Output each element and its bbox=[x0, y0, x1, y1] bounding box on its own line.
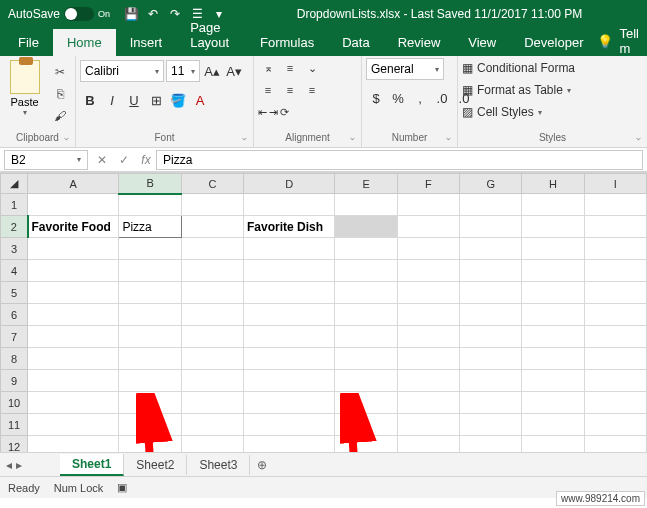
cell-C9[interactable] bbox=[181, 370, 243, 392]
cell-G7[interactable] bbox=[460, 326, 522, 348]
cell-B8[interactable] bbox=[119, 348, 181, 370]
sheet-tab-3[interactable]: Sheet3 bbox=[187, 455, 250, 475]
bold-button[interactable]: B bbox=[80, 90, 100, 110]
cell-G3[interactable] bbox=[460, 238, 522, 260]
row-header[interactable]: 6 bbox=[1, 304, 28, 326]
increase-indent-button[interactable]: ⇥ bbox=[269, 106, 278, 119]
cell-C4[interactable] bbox=[181, 260, 243, 282]
cell-I2[interactable] bbox=[584, 216, 646, 238]
cell-B1[interactable] bbox=[119, 194, 181, 216]
row-header[interactable]: 9 bbox=[1, 370, 28, 392]
format-as-table-button[interactable]: ▦Format as Table ▾ bbox=[462, 80, 575, 100]
cell-E9[interactable] bbox=[335, 370, 397, 392]
cell-E7[interactable] bbox=[335, 326, 397, 348]
cell-I10[interactable] bbox=[584, 392, 646, 414]
accounting-format-button[interactable]: $ bbox=[366, 88, 386, 108]
cell-H2[interactable] bbox=[522, 216, 584, 238]
cell-A2[interactable]: Favorite Food bbox=[28, 216, 119, 238]
col-header-F[interactable]: F bbox=[397, 174, 459, 194]
col-header-B[interactable]: B bbox=[119, 174, 181, 194]
cell-B6[interactable] bbox=[119, 304, 181, 326]
tab-formulas[interactable]: Formulas bbox=[246, 29, 328, 56]
cell-C6[interactable] bbox=[181, 304, 243, 326]
format-painter-button[interactable]: 🖌 bbox=[49, 106, 71, 126]
tab-insert[interactable]: Insert bbox=[116, 29, 177, 56]
tab-home[interactable]: Home bbox=[53, 29, 116, 56]
cell-A3[interactable] bbox=[28, 238, 119, 260]
align-top-button[interactable]: ⌅ bbox=[258, 58, 278, 78]
cell-I5[interactable] bbox=[584, 282, 646, 304]
cell-I3[interactable] bbox=[584, 238, 646, 260]
number-format-select[interactable]: General▾ bbox=[366, 58, 444, 80]
cell-H6[interactable] bbox=[522, 304, 584, 326]
comma-format-button[interactable]: , bbox=[410, 88, 430, 108]
cell-styles-button[interactable]: ▨Cell Styles ▾ bbox=[462, 102, 575, 122]
cell-F6[interactable] bbox=[397, 304, 459, 326]
cell-B9[interactable] bbox=[119, 370, 181, 392]
cell-B12[interactable] bbox=[119, 436, 181, 453]
cell-A9[interactable] bbox=[28, 370, 119, 392]
tab-page-layout[interactable]: Page Layout bbox=[176, 14, 246, 56]
paste-button[interactable]: Paste ▾ bbox=[4, 58, 45, 117]
cell-F5[interactable] bbox=[397, 282, 459, 304]
cell-A8[interactable] bbox=[28, 348, 119, 370]
cell-C3[interactable] bbox=[181, 238, 243, 260]
cell-G12[interactable] bbox=[460, 436, 522, 453]
row-header[interactable]: 12 bbox=[1, 436, 28, 453]
tab-review[interactable]: Review bbox=[384, 29, 455, 56]
cell-F7[interactable] bbox=[397, 326, 459, 348]
cell-A10[interactable] bbox=[28, 392, 119, 414]
cell-A4[interactable] bbox=[28, 260, 119, 282]
cell-H1[interactable] bbox=[522, 194, 584, 216]
new-sheet-button[interactable]: ⊕ bbox=[250, 458, 274, 472]
cell-I6[interactable] bbox=[584, 304, 646, 326]
cut-button[interactable]: ✂ bbox=[49, 62, 71, 82]
sheet-nav-next-icon[interactable]: ▸ bbox=[16, 458, 22, 472]
cell-C12[interactable] bbox=[181, 436, 243, 453]
cell-I9[interactable] bbox=[584, 370, 646, 392]
row-header[interactable]: 2 bbox=[1, 216, 28, 238]
cell-E8[interactable] bbox=[335, 348, 397, 370]
font-name-select[interactable]: Calibri▾ bbox=[80, 60, 164, 82]
cell-B10[interactable] bbox=[119, 392, 181, 414]
cell-C1[interactable] bbox=[181, 194, 243, 216]
cell-H11[interactable] bbox=[522, 414, 584, 436]
cell-E12[interactable] bbox=[335, 436, 397, 453]
align-middle-button[interactable]: ≡ bbox=[280, 58, 300, 78]
row-header[interactable]: 11 bbox=[1, 414, 28, 436]
select-all-button[interactable]: ◢ bbox=[1, 174, 28, 194]
cell-A1[interactable] bbox=[28, 194, 119, 216]
cell-F11[interactable] bbox=[397, 414, 459, 436]
cell-F3[interactable] bbox=[397, 238, 459, 260]
save-icon[interactable]: 💾 bbox=[122, 5, 140, 23]
formula-input[interactable]: Pizza bbox=[156, 150, 643, 170]
row-header[interactable]: 8 bbox=[1, 348, 28, 370]
cell-F12[interactable] bbox=[397, 436, 459, 453]
cell-F2[interactable] bbox=[397, 216, 459, 238]
cell-E4[interactable] bbox=[335, 260, 397, 282]
copy-button[interactable]: ⎘ bbox=[49, 84, 71, 104]
cell-D2[interactable]: Favorite Dish bbox=[244, 216, 335, 238]
decrease-indent-button[interactable]: ⇤ bbox=[258, 106, 267, 119]
cell-H5[interactable] bbox=[522, 282, 584, 304]
tab-data[interactable]: Data bbox=[328, 29, 383, 56]
cell-D6[interactable] bbox=[244, 304, 335, 326]
col-header-E[interactable]: E bbox=[335, 174, 397, 194]
italic-button[interactable]: I bbox=[102, 90, 122, 110]
row-header[interactable]: 5 bbox=[1, 282, 28, 304]
insert-function-button[interactable]: fx bbox=[136, 150, 156, 170]
cell-G6[interactable] bbox=[460, 304, 522, 326]
cancel-formula-button[interactable]: ✕ bbox=[92, 150, 112, 170]
cell-G11[interactable] bbox=[460, 414, 522, 436]
cell-C7[interactable] bbox=[181, 326, 243, 348]
enter-formula-button[interactable]: ✓ bbox=[114, 150, 134, 170]
cell-A5[interactable] bbox=[28, 282, 119, 304]
sheet-tab-2[interactable]: Sheet2 bbox=[124, 455, 187, 475]
cell-I7[interactable] bbox=[584, 326, 646, 348]
cell-E5[interactable] bbox=[335, 282, 397, 304]
cell-B2[interactable]: Pizza▾ bbox=[119, 216, 181, 238]
cell-B11[interactable] bbox=[119, 414, 181, 436]
row-header[interactable]: 10 bbox=[1, 392, 28, 414]
cell-A7[interactable] bbox=[28, 326, 119, 348]
macro-record-icon[interactable]: ▣ bbox=[117, 481, 127, 494]
